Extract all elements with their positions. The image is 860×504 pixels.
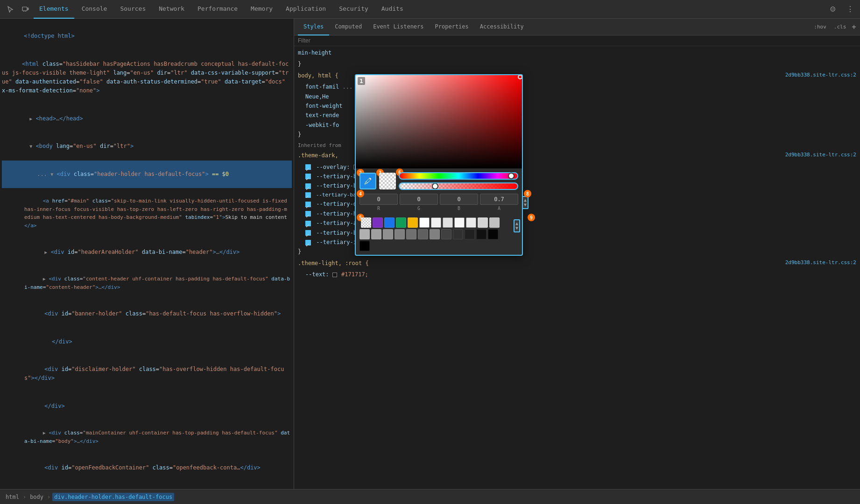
tab-computed[interactable]: Computed [329,19,367,35]
opacity-swatch-wrap: 3 [379,173,396,189]
swatch-gray8[interactable] [371,229,381,239]
html-content-header[interactable]: ▶ <div class="content-header uhf-contain… [2,266,292,300]
swatch-darkgray2[interactable] [453,229,463,239]
checkbox-tertiary-base[interactable]: ✓ [305,174,311,179]
tab-event-listeners[interactable]: Event Listeners [367,19,429,35]
tab-accessibility[interactable]: Accessibility [474,19,529,35]
swatch-transparent[interactable] [361,217,371,228]
tab-console[interactable]: Console [76,0,113,19]
eyedropper-button[interactable] [360,173,376,189]
opacity-swatch[interactable] [379,173,396,189]
checkbox-tertiary-bg-glow[interactable]: ✓ [305,192,311,198]
checkbox-tertiary-invert[interactable]: ✓ [305,240,311,245]
swatch-white[interactable] [419,217,430,228]
tab-sources[interactable]: Sources [114,0,151,19]
swatch-gray5[interactable] [478,217,488,228]
swatch-stepper-down[interactable]: ▼ [515,226,518,231]
r-input[interactable] [360,194,398,205]
swatch-gray10[interactable] [395,229,405,239]
swatch-gray9[interactable] [383,229,393,239]
b-input-wrap: B [440,194,478,211]
swatch-gray12[interactable] [418,229,428,239]
alpha-thumb[interactable] [432,183,438,189]
stepper-up-icon[interactable]: ▲ [524,198,527,203]
a-input[interactable] [480,194,518,205]
swatch-gray13[interactable] [430,229,440,239]
swatch-gray3[interactable] [454,217,465,228]
add-style-button[interactable]: + [852,22,856,31]
tab-properties[interactable]: Properties [430,19,474,35]
html-doctype: <!doctype html> [2,22,292,50]
gradient-cursor[interactable] [518,75,522,79]
breadcrumb-html[interactable]: html [4,493,21,501]
html-body[interactable]: ▼ <body lang="en-us" dir="ltr"> [2,133,292,161]
css-source-link[interactable]: 2d9bb338.site-ltr.css:2 [785,71,856,80]
b-input[interactable] [440,194,478,205]
more-icon[interactable]: ⋮ [843,3,856,16]
tab-security[interactable]: Security [333,0,374,19]
hue-slider[interactable] [399,172,518,180]
css-content[interactable]: min-height } 2d9bb338.site-ltr.css:2 bod… [294,46,860,489]
hov-button[interactable]: :hov [812,23,828,31]
tab-network[interactable]: Network [153,0,190,19]
swatch-green[interactable] [396,217,406,228]
breadcrumb-bar: html › body › div.header-holder.has-defa… [0,489,860,504]
elements-panel[interactable]: <!doctype html> <html class="hasSidebar … [0,19,294,489]
tab-performance[interactable]: Performance [192,0,243,19]
swatch-gray4[interactable] [466,217,476,228]
checkbox-tertiary-active[interactable]: ✓ [305,221,311,226]
hue-thumb[interactable] [508,173,515,179]
swatch-yellow[interactable] [408,217,418,228]
html-main-container[interactable]: ▶ <div class="mainContainer uhf-containe… [2,420,292,454]
checkbox-tertiary-bg[interactable]: ✓ [305,183,311,189]
tab-memory[interactable]: Memory [245,0,278,19]
tab-elements[interactable]: Elements [34,0,74,19]
rgba-stepper[interactable]: ▲ ▼ [522,196,529,209]
html-head[interactable]: ▶ <head>…</head> [2,105,292,133]
html-open-feedback[interactable]: <div id="openFeedbackContainer" class="o… [2,454,292,482]
swatch-darkgray4[interactable] [476,229,486,239]
css-source-link-3[interactable]: 2d9bb338.site-ltr.css:2 [785,259,856,267]
checkbox-tertiary-dark[interactable]: ✓ [305,202,311,207]
swatch-gray2[interactable] [443,217,453,228]
color-gradient-area[interactable]: 1 [356,75,522,168]
tab-application[interactable]: Application [280,0,331,19]
g-input[interactable] [400,194,438,205]
swatch-blue[interactable] [384,217,395,228]
feedback-icon[interactable]: ☺ [826,3,839,16]
swatch-darkgray1[interactable] [441,229,451,239]
color-picker[interactable]: 1 2 [355,74,523,256]
checkbox-tertiary-box-shadow[interactable]: ✓ [305,230,311,236]
cursor-icon[interactable] [4,3,17,16]
checkbox-overlay[interactable]: ✓ [305,164,311,170]
swatch-gray6[interactable] [489,217,500,228]
css-source-link-2[interactable]: 2d9bb338.site-ltr.css:2 [785,151,856,160]
alpha-gradient [400,183,517,189]
swatch-gray1[interactable] [431,217,441,228]
device-icon[interactable] [19,3,32,16]
alpha-slider[interactable] [399,182,518,190]
swatch-darkgray3[interactable] [465,229,475,239]
stepper-down-icon[interactable]: ▼ [524,203,527,207]
html-div-header-holder[interactable]: ... ▼ <div class="header-holder has-defa… [2,161,292,189]
swatch-gray7[interactable] [360,229,370,239]
filter-input[interactable] [298,37,391,44]
swatch-darkgray5[interactable] [488,229,498,239]
cls-button[interactable]: .cls [832,23,848,31]
swatch-text[interactable] [332,273,337,277]
svg-rect-0 [22,7,27,11]
swatch-purple[interactable] [373,217,383,228]
tab-styles[interactable]: Styles [298,19,329,35]
gradient-dark [356,75,522,168]
html-header-area[interactable]: ▶ <div id="headerAreaHolder" data-bi-nam… [2,238,292,266]
swatches-row: 5 [356,217,522,255]
label-9: 9 [528,214,535,221]
swatch-stepper[interactable]: ▲ ▼ [514,219,520,232]
checkbox-tertiary-hover[interactable]: ✓ [305,211,311,217]
swatch-gray11[interactable] [406,229,416,239]
swatch-black[interactable] [360,241,370,251]
main-content: <!doctype html> <html class="hasSidebar … [0,19,860,489]
breadcrumb-div[interactable]: div.header-holder.has-default-focus [52,493,174,501]
breadcrumb-body[interactable]: body [28,493,45,501]
tab-audits[interactable]: Audits [376,0,409,19]
